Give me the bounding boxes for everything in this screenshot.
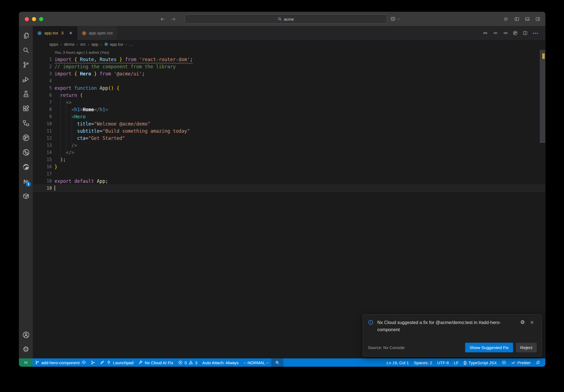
line-content: import { Route, Routes } from 'react-rou… <box>52 56 193 63</box>
code-line-4[interactable]: 4 <box>33 77 545 85</box>
activity-item-extensions[interactable] <box>19 101 33 116</box>
activity-item-testing[interactable] <box>19 87 33 101</box>
line-number: 9 <box>33 113 52 120</box>
code-line-13[interactable]: 13 /> <box>33 142 545 149</box>
code-line-9[interactable]: 9 <Hero <box>33 113 545 120</box>
navigate-forward-icon[interactable] <box>171 17 176 22</box>
status-label: Ln 19, Col 1 <box>387 360 409 365</box>
status-copilot[interactable] <box>499 358 509 367</box>
compare-change-icon[interactable] <box>493 31 498 36</box>
toggle-panel-icon[interactable] <box>525 17 530 21</box>
status-remote-indicator[interactable] <box>19 358 32 367</box>
code-line-19[interactable]: 19 <box>33 185 545 192</box>
code-line-17[interactable]: 17 <box>33 170 545 178</box>
copilot-icon[interactable] <box>390 16 396 22</box>
code-line-3[interactable]: 3import { Hero } from '@acme/ui'; <box>33 70 545 77</box>
tab-app.tsx[interactable]: app.tsx3 <box>33 26 77 40</box>
activity-item-edge-tools[interactable] <box>19 160 33 174</box>
graph-icon <box>91 360 95 365</box>
line-number: 13 <box>33 142 52 149</box>
activity-item-containers[interactable] <box>19 189 33 203</box>
show-suggested-fix-button[interactable]: Show Suggested Fix <box>465 343 513 352</box>
activity-item-nx-console[interactable]: N›1 <box>19 174 33 189</box>
status-eol[interactable]: LF <box>451 358 461 367</box>
code-line-15[interactable]: 15 ); <box>33 156 545 163</box>
activity-item-source-control[interactable] <box>19 58 33 72</box>
activity-item-run-and-debug[interactable] <box>19 72 33 87</box>
activity-item-accounts[interactable] <box>19 328 33 342</box>
code-line-8[interactable]: 8 <h1>Home</h1> <box>33 106 545 113</box>
beaker-icon <box>22 90 30 98</box>
status-cursor-position[interactable]: Ln 19, Col 1 <box>384 358 411 367</box>
breadcrumb-item-demo[interactable]: demo <box>64 42 75 47</box>
info-icon <box>368 320 373 325</box>
gitlens-graph-icon[interactable] <box>513 31 518 36</box>
status-notifications-bell[interactable] <box>533 358 543 367</box>
tab-app.spec.tsx[interactable]: app.spec.tsx <box>77 26 118 40</box>
toggle-secondary-sidebar-icon[interactable] <box>535 17 540 21</box>
status-language-mode[interactable]: {}TypeScript JSX <box>461 358 499 367</box>
react-icon <box>82 31 86 36</box>
status-nx-cloud-ai-fix[interactable]: Nx Cloud AI Fix <box>136 358 176 367</box>
status-label: Nx Cloud AI Fix <box>145 360 173 365</box>
chevron-down-icon[interactable] <box>397 17 400 21</box>
reject-button[interactable]: Reject <box>516 343 537 352</box>
scrollbar-thumb[interactable] <box>540 50 545 143</box>
status-launchpad[interactable]: Launchpad <box>98 358 136 367</box>
status-encoding[interactable]: UTF-8 <box>435 358 451 367</box>
line-number: 8 <box>33 106 52 113</box>
close-window-button[interactable] <box>25 17 29 21</box>
more-actions-icon[interactable]: ⋯ <box>533 30 538 36</box>
code-line-14[interactable]: 14 </> <box>33 149 545 156</box>
status-auto-attach[interactable]: Auto Attach: Always <box>200 358 241 367</box>
code-line-1[interactable]: 1import { Route, Routes } from 'react-ro… <box>33 56 545 63</box>
command-center-search[interactable]: acme <box>185 14 387 24</box>
codelens-annotation[interactable]: You, 3 hours ago | 1 author (You) <box>33 49 545 56</box>
status-indentation[interactable]: Spaces: 2 <box>411 358 435 367</box>
status-zoom-indicator[interactable] <box>271 358 283 367</box>
status-label: 0 <box>185 360 187 365</box>
split-editor-icon[interactable] <box>523 31 528 36</box>
status-vim-mode[interactable]: -- NORMAL -- <box>241 358 271 367</box>
line-number: 16 <box>33 163 52 170</box>
go-back-change-icon[interactable] <box>483 31 488 36</box>
activity-item-settings[interactable]: ⚙ <box>19 342 33 357</box>
activity-item-remote-explorer[interactable] <box>19 116 33 130</box>
breadcrumb-item-src[interactable]: src <box>80 42 86 47</box>
customize-layout-icon[interactable] <box>504 17 509 21</box>
notification-close-icon[interactable] <box>530 320 534 325</box>
code-line-5[interactable]: 5export function App() { <box>33 85 545 92</box>
breadcrumb-item-app.tsx[interactable]: app.tsx <box>104 42 123 47</box>
code-line-2[interactable]: 2// importing the component from the lib… <box>33 63 545 70</box>
breadcrumb-item-…[interactable]: … <box>129 42 133 47</box>
breadcrumb-separator: › <box>125 42 127 47</box>
code-line-16[interactable]: 16} <box>33 163 545 170</box>
code-editor[interactable]: You, 3 hours ago | 1 author (You) 1impor… <box>33 48 545 358</box>
breadcrumb-item-apps[interactable]: apps <box>49 42 58 47</box>
maximize-window-button[interactable] <box>39 17 43 21</box>
status-problems[interactable]: 03 <box>176 358 200 367</box>
notification-settings-icon[interactable]: ⚙ <box>520 320 525 325</box>
code-line-18[interactable]: 18export default App; <box>33 178 545 185</box>
toggle-sidebar-icon[interactable] <box>514 17 519 21</box>
overview-warning-mark <box>542 53 545 59</box>
activity-item-gitlens-inspect[interactable] <box>19 145 33 160</box>
status-prettier[interactable]: Prettier <box>509 358 533 367</box>
status-label: 3 <box>195 360 197 365</box>
tab-close-icon[interactable] <box>69 31 73 35</box>
activity-item-gitlens[interactable] <box>19 130 33 145</box>
code-line-10[interactable]: 10 title="Welcmoe @acme/demo" <box>33 120 545 127</box>
breadcrumb-item-app[interactable]: app <box>91 42 98 47</box>
code-line-6[interactable]: 6 return ( <box>33 92 545 99</box>
minimize-window-button[interactable] <box>32 17 36 21</box>
go-next-change-icon[interactable] <box>503 31 508 36</box>
navigate-back-icon[interactable] <box>160 17 165 22</box>
activity-item-search[interactable] <box>19 43 33 58</box>
status-gitlens-commit-graph[interactable] <box>88 358 98 367</box>
status-label: Spaces: 2 <box>414 360 432 365</box>
code-line-11[interactable]: 11 subtitle="Build something amazing tod… <box>33 127 545 135</box>
status-git-branch[interactable]: add-hero-component <box>32 358 88 367</box>
code-line-12[interactable]: 12 cta="Get Started" <box>33 135 545 142</box>
code-line-7[interactable]: 7 <> <box>33 99 545 106</box>
activity-item-explorer[interactable] <box>19 28 33 43</box>
